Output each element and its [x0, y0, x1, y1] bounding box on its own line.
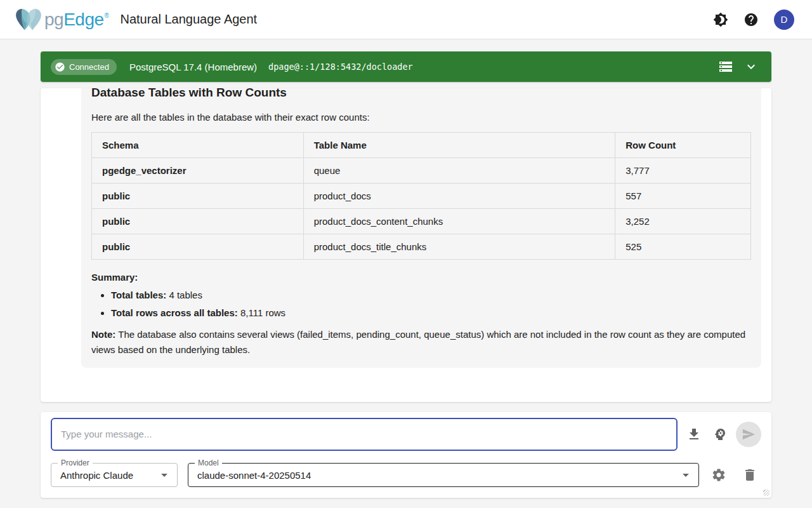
table-cell-count: 3,252 — [615, 209, 751, 234]
server-version-text: PostgreSQL 17.4 (Homebrew) — [129, 62, 257, 72]
column-header-table-name: Table Name — [303, 133, 615, 158]
table-cell-name: product_docs — [303, 184, 615, 209]
summary-item: Total tables: 4 tables — [111, 290, 751, 300]
connected-label: Connected — [69, 62, 109, 72]
note-text: The database also contains several views… — [91, 329, 745, 355]
provider-label: Provider — [58, 458, 93, 467]
table-cell-count: 557 — [615, 184, 751, 209]
table-cell-count: 525 — [615, 234, 751, 260]
page-title: Natural Language Agent — [120, 12, 257, 27]
connection-details-button[interactable] — [718, 59, 733, 74]
storage-icon — [718, 59, 733, 74]
column-header-schema: Schema — [92, 133, 304, 158]
table-row: public product_docs 557 — [92, 184, 751, 209]
resize-handle[interactable] — [763, 490, 769, 496]
table-cell-name: product_docs_title_chunks — [303, 234, 615, 260]
table-cell-count: 3,777 — [615, 158, 751, 184]
note-paragraph: Note: The database also contains several… — [91, 327, 751, 358]
settings-button[interactable] — [711, 467, 726, 483]
message-intro: Here are all the tables in the database … — [91, 112, 751, 123]
table-cell-name: queue — [303, 158, 615, 184]
table-header-row: Schema Table Name Row Count — [92, 133, 751, 158]
composer-panel: Provider Anthropic Claude Model claude-s… — [41, 412, 771, 498]
gear-icon — [711, 467, 726, 483]
model-select[interactable]: Model claude-sonnet-4-20250514 — [188, 463, 699, 487]
thinking-mode-button[interactable] — [712, 427, 728, 442]
psychology-icon — [712, 427, 728, 442]
row-counts-table: Schema Table Name Row Count pgedge_vecto… — [91, 132, 751, 260]
help-icon — [743, 12, 759, 27]
send-button[interactable] — [736, 422, 761, 447]
table-cell-schema: public — [92, 234, 304, 260]
chevron-down-icon — [743, 59, 759, 74]
logo-pg-text: pg — [44, 10, 63, 30]
dark-mode-toggle-button[interactable] — [713, 12, 728, 27]
column-header-row-count: Row Count — [615, 133, 751, 158]
connection-string: dpage@::1/128:5432/docloader — [268, 62, 413, 72]
dropdown-caret-icon — [157, 467, 172, 483]
connected-badge: Connected — [51, 59, 117, 75]
provider-value: Anthropic Claude — [51, 470, 133, 481]
help-button[interactable] — [743, 12, 759, 27]
model-value: claude-sonnet-4-20250514 — [188, 470, 311, 481]
pgedge-heart-icon — [14, 7, 43, 32]
table-cell-schema: public — [92, 184, 304, 209]
message-input[interactable] — [51, 418, 678, 451]
assistant-message-card: Database Tables with Row Counts Here are… — [81, 88, 761, 368]
trash-icon — [742, 467, 757, 483]
logo-registered-mark: ® — [105, 12, 109, 19]
summary-list: Total tables: 4 tables Total rows across… — [91, 290, 751, 318]
table-cell-schema: public — [92, 209, 304, 234]
pgedge-logo: pgEdge® — [14, 7, 108, 32]
header-actions: D — [713, 10, 794, 30]
app-header: pgEdge® Natural Language Agent D — [0, 0, 812, 39]
download-icon — [686, 427, 702, 442]
logo-edge-text: Edge — [63, 10, 103, 30]
send-icon — [742, 427, 756, 441]
table-row: public product_docs_content_chunks 3,252 — [92, 209, 751, 234]
table-cell-name: product_docs_content_chunks — [303, 209, 615, 234]
chat-message-list[interactable]: Database Tables with Row Counts Here are… — [41, 88, 771, 402]
dark-mode-icon — [713, 12, 728, 27]
collapse-connection-button[interactable] — [743, 59, 759, 74]
note-label: Note: — [91, 329, 115, 340]
connection-status-bar: Connected PostgreSQL 17.4 (Homebrew) dpa… — [41, 51, 771, 82]
download-chat-button[interactable] — [686, 427, 702, 442]
model-label: Model — [195, 458, 222, 467]
check-circle-icon — [55, 62, 65, 72]
provider-select[interactable]: Provider Anthropic Claude — [51, 463, 178, 487]
summary-label: Summary: — [91, 272, 751, 283]
table-cell-schema: pgedge_vectorizer — [92, 158, 304, 184]
clear-chat-button[interactable] — [742, 467, 757, 483]
dropdown-caret-icon — [678, 467, 693, 483]
message-heading: Database Tables with Row Counts — [91, 88, 751, 100]
table-row: pgedge_vectorizer queue 3,777 — [92, 158, 751, 184]
summary-item: Total rows across all tables: 8,111 rows — [111, 307, 751, 318]
table-row: public product_docs_title_chunks 525 — [92, 234, 751, 260]
user-avatar[interactable]: D — [774, 10, 794, 30]
